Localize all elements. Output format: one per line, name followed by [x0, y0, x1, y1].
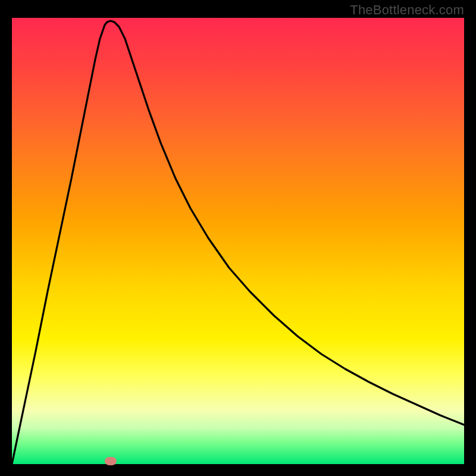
plot-area — [12, 18, 464, 464]
curve-path — [12, 21, 464, 464]
watermark-text: TheBottleneck.com — [350, 2, 464, 18]
bottleneck-curve — [12, 18, 464, 464]
chart-frame: TheBottleneck.com — [0, 0, 476, 476]
optimum-marker — [105, 457, 117, 465]
